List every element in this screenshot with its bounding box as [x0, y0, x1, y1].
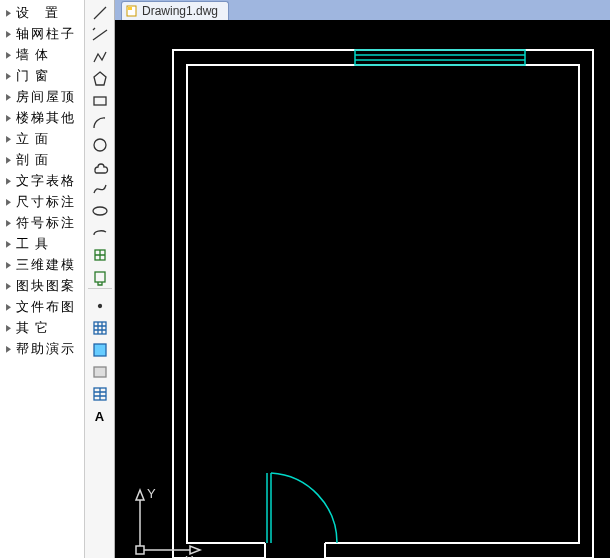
tree-item-label: 墙体: [16, 46, 54, 64]
svg-marker-27: [136, 490, 144, 500]
svg-rect-9: [94, 388, 106, 400]
spline-icon[interactable]: [88, 178, 112, 200]
polyline-icon[interactable]: [88, 46, 112, 68]
tree-item-label: 三维建模: [16, 256, 76, 274]
svg-rect-16: [265, 539, 325, 558]
model-viewport[interactable]: Y X: [115, 20, 610, 558]
svg-rect-8: [94, 367, 106, 377]
svg-rect-12: [173, 50, 593, 558]
tab-label: Drawing1.dwg: [142, 4, 218, 18]
svg-rect-30: [136, 546, 144, 554]
arc-icon[interactable]: [88, 112, 112, 134]
tree-item-label: 图块图案: [16, 277, 76, 295]
tree-item-3[interactable]: ▸门窗: [0, 65, 84, 86]
svg-rect-0: [94, 97, 106, 105]
revcloud-icon[interactable]: [88, 156, 112, 178]
tree-item-15[interactable]: ▸其它: [0, 317, 84, 338]
chevron-right-icon: ▸: [4, 278, 14, 293]
chevron-right-icon: ▸: [4, 110, 14, 125]
tree-item-label: 工具: [16, 235, 54, 253]
make-block-icon[interactable]: [88, 266, 112, 288]
chevron-right-icon: ▸: [4, 215, 14, 230]
chevron-right-icon: ▸: [4, 320, 14, 335]
tab-drawing1[interactable]: Drawing1.dwg: [121, 1, 229, 20]
toolbar-separator: [88, 288, 112, 295]
tree-item-4[interactable]: ▸房间屋顶: [0, 86, 84, 107]
tree-item-label: 尺寸标注: [16, 193, 76, 211]
svg-point-2: [93, 207, 107, 215]
svg-rect-7: [94, 344, 106, 356]
tree-item-16[interactable]: ▸帮助演示: [0, 338, 84, 359]
tree-item-9[interactable]: ▸尺寸标注: [0, 191, 84, 212]
tree-item-label: 符号标注: [16, 214, 76, 232]
chevron-right-icon: ▸: [4, 131, 14, 146]
tree-item-11[interactable]: ▸工具: [0, 233, 84, 254]
tree-item-10[interactable]: ▸符号标注: [0, 212, 84, 233]
category-tree: ▸设置▸轴网柱子▸墙体▸门窗▸房间屋顶▸楼梯其他▸立面▸剖面▸文字表格▸尺寸标注…: [0, 0, 85, 558]
line-icon[interactable]: [88, 2, 112, 24]
tree-item-label: 立面: [16, 130, 54, 148]
svg-rect-14: [173, 50, 593, 558]
chevron-right-icon: ▸: [4, 194, 14, 209]
chevron-right-icon: ▸: [4, 257, 14, 272]
tree-item-label: 楼梯其他: [16, 109, 76, 127]
chevron-right-icon: ▸: [4, 341, 14, 356]
polygon-icon[interactable]: [88, 68, 112, 90]
tree-item-label: 剖面: [16, 151, 54, 169]
tree-item-label: 帮助演示: [16, 340, 76, 358]
svg-point-1: [94, 139, 106, 151]
circle-icon[interactable]: [88, 134, 112, 156]
chevron-right-icon: ▸: [4, 68, 14, 83]
tree-item-label: 轴网柱子: [16, 25, 76, 43]
gradient-icon[interactable]: [88, 339, 112, 361]
tree-item-7[interactable]: ▸剖面: [0, 149, 84, 170]
chevron-right-icon: ▸: [4, 47, 14, 62]
tree-item-14[interactable]: ▸文件布图: [0, 296, 84, 317]
xline-icon[interactable]: [88, 24, 112, 46]
chevron-right-icon: ▸: [4, 152, 14, 167]
dwg-file-icon: [126, 5, 138, 17]
ellipse-arc-icon[interactable]: [88, 222, 112, 244]
table-icon[interactable]: [88, 383, 112, 405]
chevron-right-icon: ▸: [4, 299, 14, 314]
text-icon[interactable]: A: [88, 405, 112, 427]
tree-item-6[interactable]: ▸立面: [0, 128, 84, 149]
svg-rect-3: [95, 250, 105, 260]
tree-item-0[interactable]: ▸设置: [0, 2, 84, 23]
svg-text:Y: Y: [147, 486, 156, 501]
draw-toolbar: A: [85, 0, 115, 558]
svg-rect-13: [187, 65, 579, 543]
window: [355, 50, 525, 65]
rect-icon[interactable]: [88, 90, 112, 112]
tree-item-8[interactable]: ▸文字表格: [0, 170, 84, 191]
tree-item-1[interactable]: ▸轴网柱子: [0, 23, 84, 44]
tree-item-2[interactable]: ▸墙体: [0, 44, 84, 65]
tree-item-label: 门窗: [16, 67, 54, 85]
drawing-area: Drawing1.dwg: [115, 0, 610, 558]
tree-item-label: 房间屋顶: [16, 88, 76, 106]
hatch-icon[interactable]: [88, 317, 112, 339]
tree-item-5[interactable]: ▸楼梯其他: [0, 107, 84, 128]
ellipse-icon[interactable]: [88, 200, 112, 222]
tree-item-label: 其它: [16, 319, 54, 337]
svg-rect-6: [94, 322, 106, 334]
tree-item-label: 设置: [16, 4, 74, 22]
chevron-right-icon: ▸: [4, 5, 14, 20]
tree-item-label: 文字表格: [16, 172, 76, 190]
tree-item-12[interactable]: ▸三维建模: [0, 254, 84, 275]
region-icon[interactable]: [88, 361, 112, 383]
document-tab-strip: Drawing1.dwg: [115, 0, 610, 21]
ucs-icon: Y X: [136, 486, 200, 558]
svg-point-5: [98, 305, 101, 308]
chevron-right-icon: ▸: [4, 173, 14, 188]
tree-item-label: 文件布图: [16, 298, 76, 316]
svg-rect-21: [355, 50, 525, 65]
chevron-right-icon: ▸: [4, 89, 14, 104]
insert-block-icon[interactable]: [88, 244, 112, 266]
tree-item-13[interactable]: ▸图块图案: [0, 275, 84, 296]
svg-rect-4: [95, 272, 105, 282]
svg-rect-11: [128, 7, 132, 10]
chevron-right-icon: ▸: [4, 236, 14, 251]
point-icon[interactable]: [88, 295, 112, 317]
svg-text:X: X: [185, 553, 194, 558]
